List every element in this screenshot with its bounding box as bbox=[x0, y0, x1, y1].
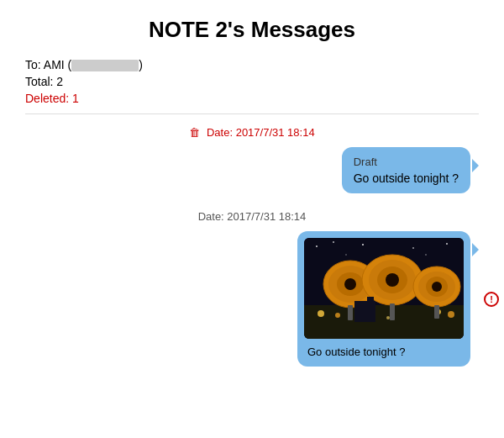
image-caption: Go outside tonight ? bbox=[304, 344, 464, 360]
svg-point-2 bbox=[318, 310, 324, 317]
svg-point-15 bbox=[386, 273, 399, 287]
message-area: 🗑 Date: 2017/7/31 18:14 Draft Go outside… bbox=[25, 126, 479, 367]
svg-rect-16 bbox=[390, 303, 395, 320]
message-bubble-1: Draft Go outside tonight ? bbox=[342, 147, 470, 193]
svg-point-20 bbox=[432, 282, 442, 292]
svg-point-10 bbox=[344, 278, 356, 290]
page-title: NOTE 2's Messages bbox=[25, 17, 479, 43]
svg-point-3 bbox=[335, 313, 340, 318]
svg-point-24 bbox=[362, 244, 364, 245]
message-row-2: Go outside tonight ? ! bbox=[25, 231, 479, 367]
date-text-1: Date: 2017/7/31 18:14 bbox=[207, 126, 315, 139]
recipient-blur bbox=[71, 60, 139, 71]
normal-date-label: Date: 2017/7/31 18:14 bbox=[25, 210, 479, 223]
svg-rect-21 bbox=[434, 305, 439, 319]
svg-point-23 bbox=[333, 241, 334, 243]
message-bubble-2: Go outside tonight ? bbox=[297, 231, 470, 367]
recipient-line: To: AMI () bbox=[25, 58, 479, 71]
svg-point-26 bbox=[446, 243, 448, 245]
warning-icon: ! bbox=[484, 292, 499, 307]
svg-point-5 bbox=[448, 311, 454, 318]
divider bbox=[25, 113, 479, 114]
svg-point-22 bbox=[316, 245, 318, 247]
trash-icon: 🗑 bbox=[189, 126, 200, 139]
message-row-1: Draft Go outside tonight ? bbox=[25, 147, 479, 193]
message-text-1: Go outside tonight ? bbox=[354, 172, 459, 185]
svg-point-28 bbox=[425, 254, 427, 256]
svg-rect-30 bbox=[367, 297, 374, 301]
page-container: NOTE 2's Messages To: AMI () Total: 2 De… bbox=[0, 0, 504, 392]
svg-rect-29 bbox=[354, 301, 375, 322]
to-label: To: AMI ( bbox=[25, 58, 71, 71]
draft-label: Draft bbox=[354, 156, 459, 168]
svg-point-27 bbox=[345, 254, 347, 256]
svg-point-6 bbox=[386, 316, 390, 319]
svg-point-25 bbox=[412, 247, 414, 249]
message-image bbox=[304, 238, 464, 339]
deleted-line: Deleted: 1 bbox=[25, 92, 479, 105]
total-line: Total: 2 bbox=[25, 75, 479, 88]
deleted-date-label: 🗑 Date: 2017/7/31 18:14 bbox=[25, 126, 479, 139]
svg-rect-11 bbox=[348, 305, 353, 320]
recipient-close: ) bbox=[139, 58, 143, 71]
date-text-2: Date: 2017/7/31 18:14 bbox=[198, 210, 307, 223]
